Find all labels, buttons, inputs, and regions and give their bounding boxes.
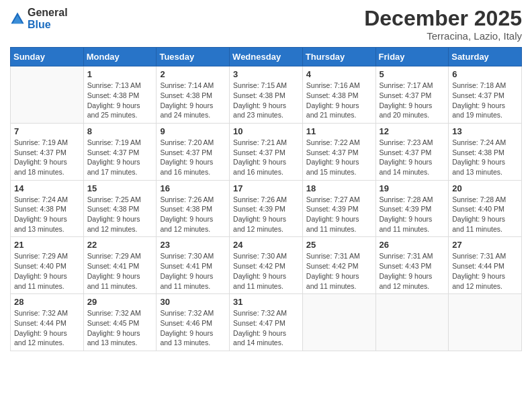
- table-row: 26Sunrise: 7:31 AMSunset: 4:43 PMDayligh…: [375, 237, 449, 294]
- day-number: 18: [306, 183, 372, 193]
- day-info: Sunrise: 7:23 AMSunset: 4:37 PMDaylight:…: [380, 138, 445, 177]
- day-number: 3: [233, 69, 299, 79]
- day-info: Sunrise: 7:26 AMSunset: 4:39 PMDaylight:…: [233, 195, 299, 234]
- day-info: Sunrise: 7:14 AMSunset: 4:38 PMDaylight:…: [160, 81, 226, 120]
- logo-blue-text: Blue: [28, 19, 68, 31]
- day-info: Sunrise: 7:31 AMSunset: 4:44 PMDaylight:…: [452, 251, 518, 291]
- day-number: 21: [14, 240, 80, 250]
- day-number: 16: [160, 183, 226, 193]
- day-number: 31: [233, 297, 299, 307]
- day-info: Sunrise: 7:31 AMSunset: 4:42 PMDaylight:…: [306, 251, 372, 291]
- table-row: 23Sunrise: 7:30 AMSunset: 4:41 PMDayligh…: [157, 237, 230, 294]
- day-info: Sunrise: 7:22 AMSunset: 4:37 PMDaylight:…: [306, 138, 372, 177]
- calendar-week-1: 1Sunrise: 7:13 AMSunset: 4:38 PMDaylight…: [11, 66, 522, 124]
- table-row: 9Sunrise: 7:20 AMSunset: 4:37 PMDaylight…: [157, 123, 230, 180]
- calendar-table: Sunday Monday Tuesday Wednesday Thursday…: [10, 47, 522, 351]
- table-row: 3Sunrise: 7:15 AMSunset: 4:38 PMDaylight…: [230, 66, 303, 124]
- day-number: 2: [160, 69, 226, 79]
- day-number: 25: [306, 240, 372, 250]
- day-number: 5: [380, 69, 445, 79]
- day-info: Sunrise: 7:30 AMSunset: 4:41 PMDaylight:…: [160, 251, 226, 291]
- logo-icon: [10, 11, 25, 26]
- day-info: Sunrise: 7:18 AMSunset: 4:37 PMDaylight:…: [452, 81, 518, 120]
- table-row: 25Sunrise: 7:31 AMSunset: 4:42 PMDayligh…: [302, 237, 375, 294]
- day-info: Sunrise: 7:27 AMSunset: 4:39 PMDaylight:…: [306, 195, 372, 234]
- day-info: Sunrise: 7:28 AMSunset: 4:39 PMDaylight:…: [380, 195, 445, 234]
- page: General Blue December 2025 Terracina, La…: [0, 0, 532, 411]
- table-row: 2Sunrise: 7:14 AMSunset: 4:38 PMDaylight…: [157, 66, 230, 124]
- calendar-header-row: Sunday Monday Tuesday Wednesday Thursday…: [11, 48, 522, 66]
- day-info: Sunrise: 7:19 AMSunset: 4:37 PMDaylight:…: [87, 138, 153, 177]
- header: General Blue December 2025 Terracina, La…: [10, 7, 522, 42]
- day-number: 8: [87, 126, 153, 136]
- table-row: 20Sunrise: 7:28 AMSunset: 4:40 PMDayligh…: [449, 180, 522, 237]
- day-info: Sunrise: 7:29 AMSunset: 4:41 PMDaylight:…: [87, 251, 153, 291]
- logo-general-text: General: [28, 7, 68, 19]
- day-number: 15: [87, 183, 153, 193]
- day-info: Sunrise: 7:15 AMSunset: 4:38 PMDaylight:…: [233, 81, 299, 120]
- day-info: Sunrise: 7:32 AMSunset: 4:46 PMDaylight:…: [160, 308, 226, 348]
- day-info: Sunrise: 7:19 AMSunset: 4:37 PMDaylight:…: [14, 138, 80, 177]
- table-row: 15Sunrise: 7:25 AMSunset: 4:38 PMDayligh…: [83, 180, 157, 237]
- table-row: [375, 294, 449, 351]
- day-info: Sunrise: 7:16 AMSunset: 4:38 PMDaylight:…: [306, 81, 372, 120]
- day-number: 23: [160, 240, 226, 250]
- col-saturday: Saturday: [449, 48, 522, 66]
- day-info: Sunrise: 7:30 AMSunset: 4:42 PMDaylight:…: [233, 251, 299, 291]
- logo: General Blue: [10, 7, 68, 30]
- table-row: 19Sunrise: 7:28 AMSunset: 4:39 PMDayligh…: [375, 180, 449, 237]
- day-number: 7: [14, 126, 80, 136]
- title-area: December 2025 Terracina, Lazio, Italy: [364, 7, 522, 42]
- col-sunday: Sunday: [11, 48, 84, 66]
- table-row: 1Sunrise: 7:13 AMSunset: 4:38 PMDaylight…: [83, 66, 157, 124]
- day-number: 4: [306, 69, 372, 79]
- day-info: Sunrise: 7:25 AMSunset: 4:38 PMDaylight:…: [87, 195, 153, 234]
- location: Terracina, Lazio, Italy: [364, 30, 522, 42]
- calendar-week-4: 21Sunrise: 7:29 AMSunset: 4:40 PMDayligh…: [11, 237, 522, 294]
- day-info: Sunrise: 7:32 AMSunset: 4:45 PMDaylight:…: [87, 308, 153, 348]
- table-row: 24Sunrise: 7:30 AMSunset: 4:42 PMDayligh…: [230, 237, 303, 294]
- table-row: 18Sunrise: 7:27 AMSunset: 4:39 PMDayligh…: [302, 180, 375, 237]
- table-row: [302, 294, 375, 351]
- month-title: December 2025: [364, 7, 522, 30]
- table-row: 30Sunrise: 7:32 AMSunset: 4:46 PMDayligh…: [157, 294, 230, 351]
- table-row: 17Sunrise: 7:26 AMSunset: 4:39 PMDayligh…: [230, 180, 303, 237]
- table-row: 31Sunrise: 7:32 AMSunset: 4:47 PMDayligh…: [230, 294, 303, 351]
- table-row: 28Sunrise: 7:32 AMSunset: 4:44 PMDayligh…: [11, 294, 84, 351]
- col-tuesday: Tuesday: [157, 48, 230, 66]
- day-number: 24: [233, 240, 299, 250]
- table-row: 21Sunrise: 7:29 AMSunset: 4:40 PMDayligh…: [11, 237, 84, 294]
- table-row: [449, 294, 522, 351]
- table-row: 13Sunrise: 7:24 AMSunset: 4:38 PMDayligh…: [449, 123, 522, 180]
- table-row: 7Sunrise: 7:19 AMSunset: 4:37 PMDaylight…: [11, 123, 84, 180]
- day-number: 20: [452, 183, 518, 193]
- day-number: 26: [380, 240, 445, 250]
- table-row: 10Sunrise: 7:21 AMSunset: 4:37 PMDayligh…: [230, 123, 303, 180]
- calendar-week-5: 28Sunrise: 7:32 AMSunset: 4:44 PMDayligh…: [11, 294, 522, 351]
- day-number: 19: [380, 183, 445, 193]
- day-number: 10: [233, 126, 299, 136]
- col-thursday: Thursday: [302, 48, 375, 66]
- table-row: 5Sunrise: 7:17 AMSunset: 4:37 PMDaylight…: [375, 66, 449, 124]
- col-friday: Friday: [375, 48, 449, 66]
- col-wednesday: Wednesday: [230, 48, 303, 66]
- table-row: 6Sunrise: 7:18 AMSunset: 4:37 PMDaylight…: [449, 66, 522, 124]
- col-monday: Monday: [83, 48, 157, 66]
- day-number: 17: [233, 183, 299, 193]
- day-number: 28: [14, 297, 80, 307]
- day-number: 12: [380, 126, 445, 136]
- day-info: Sunrise: 7:24 AMSunset: 4:38 PMDaylight:…: [14, 195, 80, 234]
- day-info: Sunrise: 7:21 AMSunset: 4:37 PMDaylight:…: [233, 138, 299, 177]
- day-info: Sunrise: 7:28 AMSunset: 4:40 PMDaylight:…: [452, 195, 518, 234]
- logo-text: General Blue: [28, 7, 68, 30]
- day-info: Sunrise: 7:32 AMSunset: 4:47 PMDaylight:…: [233, 308, 299, 348]
- day-number: 9: [160, 126, 226, 136]
- table-row: [11, 66, 84, 124]
- calendar-week-2: 7Sunrise: 7:19 AMSunset: 4:37 PMDaylight…: [11, 123, 522, 180]
- table-row: 27Sunrise: 7:31 AMSunset: 4:44 PMDayligh…: [449, 237, 522, 294]
- day-number: 29: [87, 297, 153, 307]
- day-number: 22: [87, 240, 153, 250]
- calendar-week-3: 14Sunrise: 7:24 AMSunset: 4:38 PMDayligh…: [11, 180, 522, 237]
- day-info: Sunrise: 7:29 AMSunset: 4:40 PMDaylight:…: [14, 251, 80, 291]
- table-row: 29Sunrise: 7:32 AMSunset: 4:45 PMDayligh…: [83, 294, 157, 351]
